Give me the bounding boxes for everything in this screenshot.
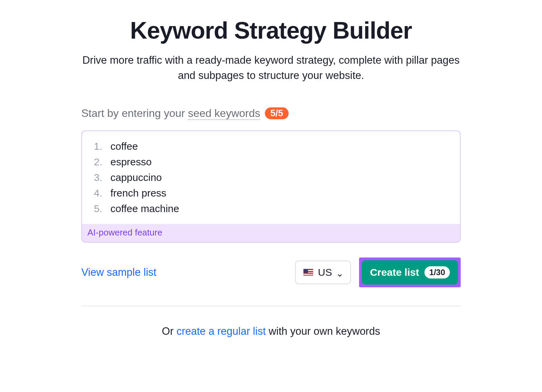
list-item: 2. espresso (92, 154, 450, 170)
alt-option-row: Or create a regular list with your own k… (81, 325, 461, 337)
us-flag-icon (303, 269, 313, 276)
divider (81, 306, 461, 306)
keyword-number: 4. (92, 187, 102, 199)
alt-suffix: with your own keywords (266, 325, 380, 337)
country-code: US (318, 267, 332, 278)
create-button-highlight: Create list 1/30 (359, 257, 461, 287)
create-regular-list-link[interactable]: create a regular list (176, 325, 266, 337)
prompt-text: Start by entering your seed keywords (81, 107, 260, 120)
right-actions: US Create list 1/30 (295, 257, 461, 287)
ai-powered-label: AI-powered feature (82, 224, 460, 242)
quota-pill: 1/30 (424, 266, 450, 278)
create-list-label: Create list (370, 267, 419, 278)
seed-keywords-label: seed keywords (188, 107, 260, 120)
keyword-text: french press (110, 187, 166, 199)
seed-keywords-input[interactable]: 1. coffee 2. espresso 3. cappuccino 4. f… (82, 131, 460, 224)
keyword-list: 1. coffee 2. espresso 3. cappuccino 4. f… (92, 139, 450, 216)
prompt-row: Start by entering your seed keywords 5/5 (81, 107, 461, 120)
page-title: Keyword Strategy Builder (81, 17, 461, 44)
list-item: 4. french press (92, 185, 450, 201)
chevron-down-icon (337, 269, 343, 275)
list-item: 5. coffee machine (92, 201, 450, 216)
list-item: 3. cappuccino (92, 170, 450, 185)
prompt-prefix: Start by entering your (81, 107, 188, 119)
keyword-text: coffee (110, 141, 138, 152)
keyword-text: espresso (110, 156, 152, 168)
list-item: 1. coffee (92, 139, 450, 154)
seed-keywords-input-wrapper: 1. coffee 2. espresso 3. cappuccino 4. f… (81, 130, 461, 243)
keyword-number: 2. (92, 156, 102, 168)
view-sample-link[interactable]: View sample list (81, 266, 157, 278)
keyword-number: 5. (92, 203, 102, 214)
keyword-number: 1. (92, 141, 102, 152)
keyword-number: 3. (92, 172, 102, 183)
actions-row: View sample list US Create list 1/30 (81, 257, 461, 287)
create-list-button[interactable]: Create list 1/30 (362, 260, 458, 285)
alt-prefix: Or (162, 325, 176, 337)
country-select[interactable]: US (295, 261, 351, 284)
keyword-text: coffee machine (110, 203, 179, 214)
keyword-count-badge: 5/5 (265, 107, 289, 119)
keyword-text: cappuccino (110, 172, 162, 183)
page-subtitle: Drive more traffic with a ready-made key… (81, 53, 461, 83)
